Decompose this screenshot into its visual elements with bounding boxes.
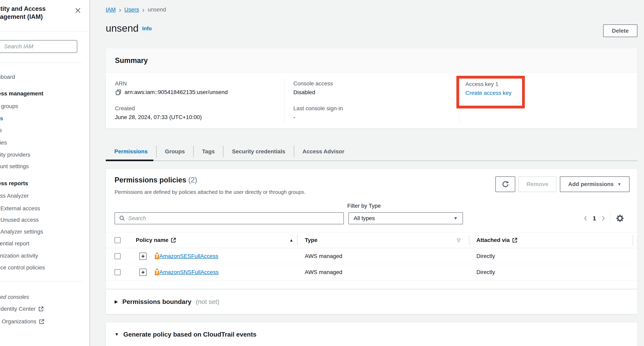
- tab-groups[interactable]: Groups: [156, 148, 194, 155]
- caret-down-icon: ▼: [453, 216, 458, 220]
- page-title: unsendInfo: [106, 23, 152, 34]
- expand-section-icon: ▶: [114, 299, 118, 304]
- row-checkbox[interactable]: [114, 253, 120, 259]
- policy-type: AWS managed: [305, 269, 342, 275]
- console-access-label: Console access: [293, 80, 333, 87]
- expand-row-icon[interactable]: +: [139, 269, 146, 276]
- section-title: Generate policy based on CloudTrail even…: [123, 331, 256, 338]
- external-link-icon: [38, 306, 44, 312]
- column-attached-via[interactable]: Attached via: [476, 237, 510, 243]
- row-checkbox[interactable]: [114, 269, 120, 275]
- table-header: Policy name ▲ Type ▽ Attached via: [106, 232, 637, 248]
- sidebar-item-external-access[interactable]: External access: [0, 204, 40, 213]
- create-access-key-link[interactable]: Create access key: [466, 90, 512, 96]
- section-note: (not set): [196, 298, 219, 305]
- sidebar-item-aws-organizations[interactable]: AWS Organizations: [0, 317, 45, 326]
- sort-ascending-icon[interactable]: ▲: [289, 238, 293, 242]
- expand-row-icon[interactable]: +: [139, 253, 146, 260]
- sidebar-item-iam-identity-center[interactable]: IAM Identity Center: [0, 304, 44, 313]
- select-all-checkbox[interactable]: [114, 237, 120, 243]
- breadcrumb-users[interactable]: Users: [124, 7, 139, 13]
- tab-security-credentials[interactable]: Security credentials: [224, 148, 294, 155]
- sidebar-section-access-management: Access management: [0, 89, 44, 98]
- sidebar-divider: [0, 31, 90, 32]
- sidebar-item-credential-report[interactable]: Credential report: [0, 239, 30, 248]
- generate-policy-header[interactable]: ▼ Generate policy based on CloudTrail ev…: [106, 322, 637, 346]
- section-title: Permissions boundary: [122, 298, 192, 305]
- add-permissions-button[interactable]: Add permissions ▼: [560, 176, 630, 192]
- external-link-icon: [170, 237, 176, 243]
- breadcrumb-separator-icon: ›: [119, 7, 121, 13]
- column-divider: [632, 235, 633, 246]
- sidebar-item-identity-providers[interactable]: Identity providers: [0, 150, 30, 159]
- column-divider: [297, 235, 298, 246]
- tab-access-advisor[interactable]: Access Advisor: [294, 148, 353, 155]
- column-policy-name[interactable]: Policy name: [136, 237, 168, 243]
- policy-link[interactable]: AmazonSNSFullAccess: [160, 269, 219, 275]
- sidebar-section-access-reports: Access reports: [0, 179, 28, 188]
- sidebar-item-dashboard[interactable]: Dashboard: [0, 72, 15, 82]
- close-icon[interactable]: [75, 7, 81, 14]
- refresh-button[interactable]: [496, 176, 515, 192]
- filter-icon[interactable]: ▽: [457, 238, 460, 243]
- summary-header: Summary: [106, 48, 637, 73]
- delete-button[interactable]: Delete: [603, 25, 638, 37]
- arn-value: arn:aws:iam::905418462135:user/unsend: [124, 89, 228, 95]
- pagination: 1: [584, 212, 624, 224]
- info-link[interactable]: Info: [142, 26, 152, 32]
- external-link-icon: [512, 237, 518, 243]
- sidebar-item-analyzer-settings[interactable]: Analyzer settings: [0, 227, 43, 236]
- search-icon: [119, 215, 125, 221]
- permissions-policies-card: Permissions policies (2) Permissions are…: [106, 169, 638, 289]
- policy-attached-via: Directly: [476, 269, 495, 275]
- panel-description: Permissions are defined by policies atta…: [114, 189, 306, 195]
- sidebar-item-roles[interactable]: Roles: [0, 126, 2, 135]
- sidebar-item-access-analyzer[interactable]: Access Analyzer: [0, 191, 29, 200]
- table-row: + AmazonSNSFullAccess AWS managed Direct…: [106, 264, 637, 281]
- copy-icon[interactable]: [115, 89, 122, 96]
- sidebar-item-account-settings[interactable]: Account settings: [0, 162, 29, 171]
- permissions-boundary-header[interactable]: ▶ Permissions boundary (not set): [106, 289, 637, 314]
- sidebar-item-policies[interactable]: Policies: [0, 138, 7, 147]
- tab-permissions[interactable]: Permissions: [106, 148, 156, 155]
- type-filter-select[interactable]: All types ▼: [348, 212, 463, 224]
- policy-attached-via: Directly: [476, 253, 495, 259]
- table-row: + AmazonSESFullAccess AWS managed Direct…: [106, 248, 637, 264]
- console-access-value: Disabled: [293, 89, 315, 96]
- sidebar: Identity and Access Management (IAM) Das…: [0, 0, 90, 346]
- remove-button[interactable]: Remove: [518, 176, 556, 192]
- breadcrumb-iam[interactable]: IAM: [106, 7, 116, 13]
- panel-title: Permissions policies (2): [114, 176, 197, 184]
- sidebar-item-users[interactable]: Users: [0, 114, 3, 123]
- sidebar-divider: [0, 281, 82, 281]
- sidebar-item-organization-activity[interactable]: Organization activity: [0, 251, 38, 260]
- tab-underline: [106, 161, 638, 161]
- sidebar-item-user-groups[interactable]: User groups: [0, 102, 18, 111]
- generate-policy-card: ▼ Generate policy based on CloudTrail ev…: [106, 322, 638, 346]
- collapse-section-icon: ▼: [114, 332, 119, 336]
- previous-page-icon[interactable]: [584, 215, 588, 221]
- sidebar-heading-related-consoles: Related consoles: [0, 292, 29, 302]
- gear-icon[interactable]: [615, 214, 624, 223]
- last-signin-value: -: [293, 114, 295, 121]
- pager-divider: [610, 212, 610, 224]
- sidebar-item-unused-access[interactable]: Unused access: [0, 215, 39, 224]
- next-page-icon[interactable]: [601, 215, 605, 221]
- policy-link[interactable]: AmazonSESFullAccess: [160, 253, 218, 259]
- page-number[interactable]: 1: [588, 215, 601, 222]
- tab-tags[interactable]: Tags: [194, 148, 223, 155]
- arn-label: ARN: [115, 80, 127, 87]
- caret-down-icon: ▼: [617, 182, 621, 186]
- tab-bar: Permissions Groups Tags Security credent…: [106, 143, 353, 160]
- breadcrumb: IAM › Users › unsend: [106, 7, 166, 13]
- summary-card: Summary ARN arn:aws:iam::905418462135:us…: [106, 48, 638, 129]
- policy-search-input[interactable]: [125, 213, 344, 224]
- sidebar-item-service-control-policies[interactable]: Service control policies: [0, 263, 45, 272]
- column-type[interactable]: Type: [305, 237, 318, 243]
- access-key-label: Access key 1: [466, 81, 498, 87]
- access-key-annotation-box: Access key 1 Create access key: [456, 76, 525, 108]
- refresh-icon: [502, 180, 510, 188]
- sidebar-search-input[interactable]: [0, 40, 77, 53]
- last-signin-label: Last console sign-in: [293, 105, 343, 112]
- filter-by-type-label: Filter by Type: [347, 203, 381, 209]
